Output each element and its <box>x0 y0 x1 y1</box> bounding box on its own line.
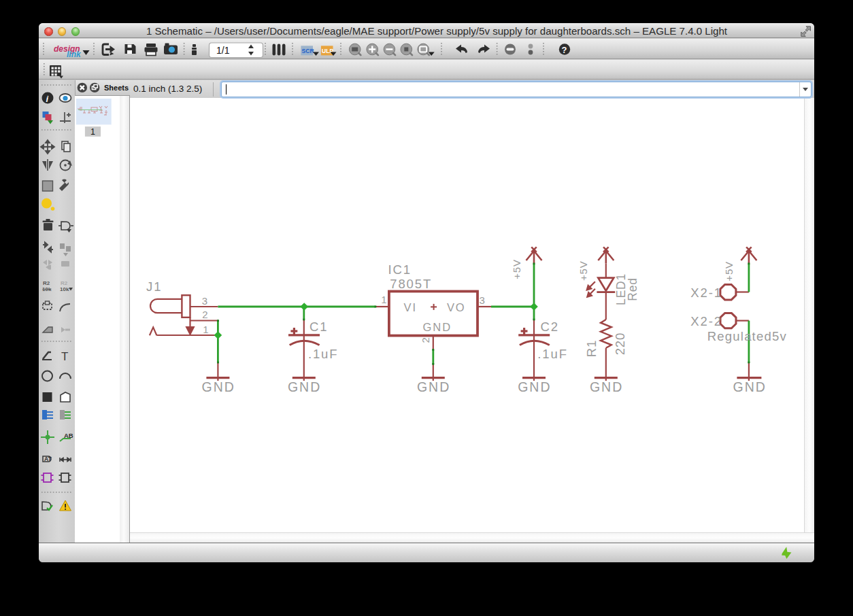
svg-text:J1: J1 <box>146 279 162 294</box>
svg-text:C1: C1 <box>310 320 328 334</box>
svg-text:Red: Red <box>626 277 639 301</box>
svg-text:R1: R1 <box>584 340 599 357</box>
svg-text:VO: VO <box>447 301 466 313</box>
svg-text:3: 3 <box>202 295 209 307</box>
svg-text:link: link <box>67 50 82 59</box>
svg-text:SCR: SCR <box>302 48 314 54</box>
svg-text:VI: VI <box>404 301 417 313</box>
svg-text:7805T: 7805T <box>390 277 432 291</box>
svg-text:3: 3 <box>480 294 486 306</box>
svg-text:1: 1 <box>203 324 210 335</box>
svg-text:GND: GND <box>590 379 623 394</box>
svg-text:IC1: IC1 <box>388 262 412 277</box>
svg-text:GND: GND <box>733 379 767 394</box>
svg-text:GND: GND <box>518 379 551 394</box>
svg-text:X2-1: X2-1 <box>690 286 722 300</box>
svg-text:2: 2 <box>420 337 431 343</box>
svg-text:10k: 10k <box>60 286 69 292</box>
svg-text:AT: AT <box>44 456 52 462</box>
svg-text:GND: GND <box>417 379 450 394</box>
svg-text:C2: C2 <box>541 320 559 334</box>
svg-text:X2-2: X2-2 <box>690 314 722 328</box>
svg-text:T: T <box>61 350 68 363</box>
svg-text:2: 2 <box>202 309 209 320</box>
svg-text:1/1: 1/1 <box>216 45 230 56</box>
svg-text:.1uF: .1uF <box>308 347 339 361</box>
svg-text:GND: GND <box>423 321 452 333</box>
svg-text:GND: GND <box>288 379 321 394</box>
svg-text:i: i <box>46 94 49 104</box>
svg-text:+5V: +5V <box>578 260 590 281</box>
svg-text:220: 220 <box>613 332 627 355</box>
svg-text:GND: GND <box>202 379 235 394</box>
svg-text:R2: R2 <box>61 280 68 286</box>
svg-text:R2: R2 <box>43 280 50 286</box>
svg-text:1: 1 <box>90 127 95 137</box>
svg-text:Regulated5v: Regulated5v <box>707 329 787 343</box>
svg-text:AB: AB <box>64 432 73 439</box>
svg-text:Sheets: Sheets <box>104 84 129 92</box>
svg-text:.1uF: .1uF <box>537 347 568 361</box>
svg-text:10k: 10k <box>42 286 52 292</box>
svg-text:+5V: +5V <box>723 261 735 281</box>
svg-text:+5V: +5V <box>511 259 522 279</box>
svg-text:?: ? <box>562 45 567 55</box>
svg-text:1: 1 <box>381 294 388 305</box>
